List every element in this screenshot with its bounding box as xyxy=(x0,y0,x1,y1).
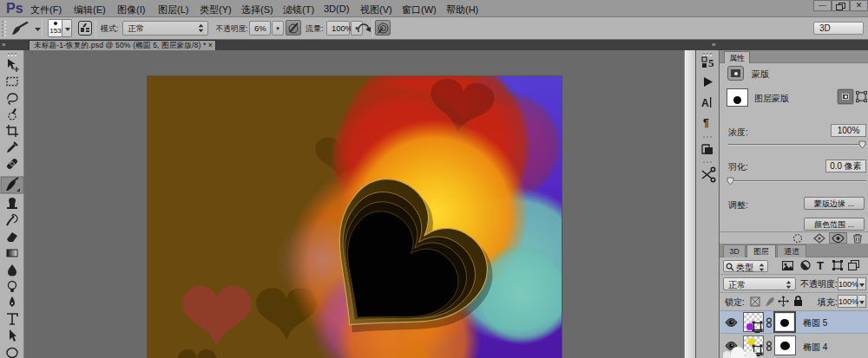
svg-text:5: 5 xyxy=(708,56,714,69)
svg-text:¶: ¶ xyxy=(703,117,709,129)
svg-text:A: A xyxy=(701,97,709,109)
